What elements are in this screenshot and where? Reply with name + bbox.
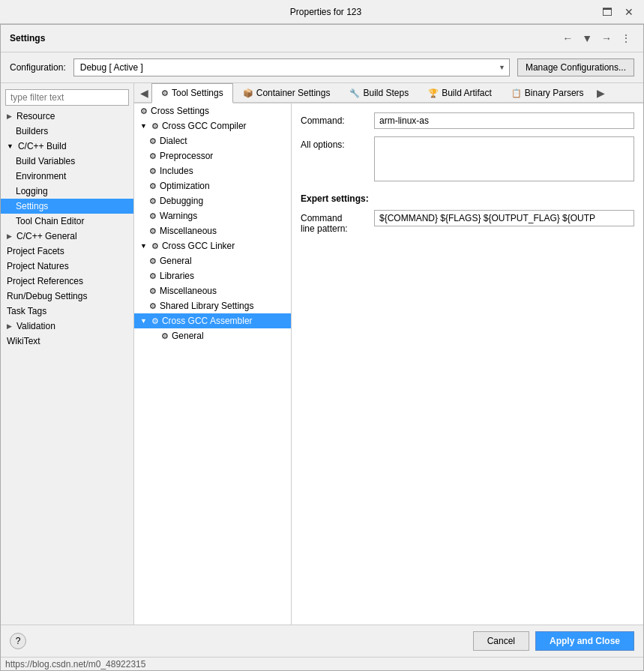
back-icon[interactable]: ←	[559, 31, 576, 46]
toolchaineditor-label: Tool Chain Editor	[16, 216, 84, 226]
builders-label: Builders	[16, 126, 48, 136]
sidebar-item-ccppgeneral[interactable]: ▶ C/C++ General	[1, 229, 133, 244]
resource-arrow: ▶	[7, 112, 12, 120]
sidebar-item-rundebug[interactable]: Run/Debug Settings	[1, 289, 133, 304]
cmdpattern-row: Commandline pattern:	[301, 210, 634, 234]
cmdpattern-input[interactable]	[374, 210, 634, 226]
includes-label: Includes	[160, 166, 193, 176]
titlebar-controls: 🗖 ✕	[599, 4, 637, 19]
manage-configurations-button[interactable]: Manage Configurations...	[517, 58, 634, 76]
debugging-label: Debugging	[160, 196, 203, 206]
sidebar-item-resource[interactable]: ▶ Resource	[1, 109, 133, 124]
tree-libraries[interactable]: ⚙ Libraries	[134, 268, 291, 283]
ccppgeneral-arrow: ▶	[7, 232, 12, 240]
sharedlibrarysettings-label: Shared Library Settings	[160, 301, 253, 311]
sidebar-item-ccppbuild[interactable]: ▼ C/C++ Build	[1, 139, 133, 154]
tab-toolsettings[interactable]: ⚙ Tool Settings	[151, 83, 233, 103]
compilermiscellaneous-label: Miscellaneous	[160, 226, 217, 236]
tree-warnings[interactable]: ⚙ Warnings	[134, 208, 291, 223]
cmdpattern-label: Commandline pattern:	[301, 210, 368, 234]
buildsteps-icon: 🔧	[349, 88, 360, 98]
status-url: https://blog.csdn.net/m0_48922315	[5, 659, 145, 670]
command-input[interactable]	[374, 112, 634, 129]
panel-content: ⚙ Cross Settings ▼ ⚙ Cross GCC Compiler …	[134, 103, 643, 625]
ccppbuild-label: C/C++ Build	[18, 141, 67, 151]
projectfacets-label: Project Facets	[7, 246, 64, 256]
sidebar-item-environment[interactable]: Environment	[1, 169, 133, 184]
tab-buildsteps[interactable]: 🔧 Build Steps	[340, 83, 418, 102]
tree-includes[interactable]: ⚙ Includes	[134, 163, 291, 178]
buildsteps-label: Build Steps	[363, 88, 409, 98]
close-button[interactable]: ✕	[622, 4, 637, 19]
dropdown-icon[interactable]: ▼	[579, 31, 595, 46]
status-bar: https://blog.csdn.net/m0_48922315	[1, 657, 643, 670]
crosssettings-label: Cross Settings	[151, 106, 209, 116]
tab-prev-button[interactable]: ◀	[137, 84, 151, 102]
apply-close-button[interactable]: Apply and Close	[535, 631, 634, 651]
tree-optimization[interactable]: ⚙ Optimization	[134, 178, 291, 193]
sidebar-item-toolchaineditor[interactable]: Tool Chain Editor	[1, 214, 133, 229]
tabs-bar: ◀ ⚙ Tool Settings 📦 Container Settings 🔧…	[134, 83, 643, 103]
tree-crossgcclinker[interactable]: ▼ ⚙ Cross GCC Linker	[134, 238, 291, 253]
config-select-wrapper: Debug [ Active ]	[73, 58, 510, 76]
tab-containersettings[interactable]: 📦 Container Settings	[233, 83, 340, 102]
projectnatures-label: Project Natures	[7, 261, 69, 271]
ccppbuild-arrow: ▼	[7, 142, 13, 150]
tree-assemblergeneral[interactable]: ⚙ General	[134, 328, 291, 343]
command-label: Command:	[301, 112, 368, 126]
validation-label: Validation	[16, 321, 55, 331]
config-select[interactable]: Debug [ Active ]	[73, 58, 510, 76]
sidebar-item-tasktags[interactable]: Task Tags	[1, 304, 133, 319]
alloptions-row: All options:	[301, 136, 634, 181]
minimize-button[interactable]: 🗖	[599, 4, 616, 19]
tasktags-label: Task Tags	[7, 306, 46, 316]
containersettings-label: Container Settings	[256, 88, 331, 98]
sidebar-item-wikitext[interactable]: WikiText	[1, 334, 133, 349]
menu-icon[interactable]: ⋮	[618, 31, 634, 46]
sidebar-item-buildvariables[interactable]: Build Variables	[1, 154, 133, 169]
sidebar-item-projectreferences[interactable]: Project References	[1, 274, 133, 289]
dialog-header: Settings ← ▼ → ⋮	[1, 25, 643, 52]
alloptions-textarea[interactable]	[374, 136, 634, 181]
filter-input[interactable]	[5, 89, 129, 106]
properties-dialog: Settings ← ▼ → ⋮ Configuration: Debug [ …	[0, 24, 644, 671]
tab-next-button[interactable]: ▶	[594, 84, 608, 102]
sidebar-item-builders[interactable]: Builders	[1, 124, 133, 139]
sidebar-item-projectfacets[interactable]: Project Facets	[1, 244, 133, 259]
tree-linkergeneral[interactable]: ⚙ General	[134, 253, 291, 268]
tree-compilermiscellaneous[interactable]: ⚙ Miscellaneous	[134, 223, 291, 238]
buildartifact-label: Build Artifact	[442, 88, 492, 98]
tree-sharedlibrarysettings[interactable]: ⚙ Shared Library Settings	[134, 298, 291, 313]
tree-crossgccassembler[interactable]: ▼ ⚙ Cross GCC Assembler	[134, 313, 291, 328]
expert-label: Expert settings:	[301, 193, 634, 204]
tree-dialect[interactable]: ⚙ Dialect	[134, 133, 291, 148]
sidebar-item-validation[interactable]: ▶ Validation	[1, 319, 133, 334]
sidebar: ▶ Resource Builders ▼ C/C++ Build Build …	[1, 83, 134, 625]
help-button[interactable]: ?	[10, 633, 26, 649]
tree-preprocessor[interactable]: ⚙ Preprocessor	[134, 148, 291, 163]
buildvariables-label: Build Variables	[16, 156, 75, 166]
sidebar-item-logging[interactable]: Logging	[1, 184, 133, 199]
tab-buildartifact[interactable]: 🏆 Build Artifact	[418, 83, 502, 102]
cancel-button[interactable]: Cancel	[473, 631, 529, 651]
toolsettings-icon: ⚙	[161, 88, 169, 98]
right-panel: ◀ ⚙ Tool Settings 📦 Container Settings 🔧…	[134, 83, 643, 625]
tab-binaryparsers[interactable]: 📋 Binary Parsers	[502, 83, 594, 102]
linkermiscellaneous-label: Miscellaneous	[160, 286, 217, 296]
resource-label: Resource	[16, 111, 55, 121]
tree-linkermiscellaneous[interactable]: ⚙ Miscellaneous	[134, 283, 291, 298]
expert-section: Expert settings: Commandline pattern:	[301, 193, 634, 234]
tree-crossgcccompiler[interactable]: ▼ ⚙ Cross GCC Compiler	[134, 118, 291, 133]
linker-arrow: ▼	[140, 242, 147, 250]
main-content: ▶ Resource Builders ▼ C/C++ Build Build …	[1, 83, 643, 625]
sidebar-item-projectnatures[interactable]: Project Natures	[1, 259, 133, 274]
forward-icon[interactable]: →	[598, 31, 615, 46]
tree-crosssettings[interactable]: ⚙ Cross Settings	[134, 103, 291, 118]
libraries-label: Libraries	[160, 271, 194, 281]
assemblergeneral-label: General	[172, 331, 204, 341]
header-actions: ← ▼ → ⋮	[559, 31, 634, 46]
tree-debugging[interactable]: ⚙ Debugging	[134, 193, 291, 208]
tool-tree: ⚙ Cross Settings ▼ ⚙ Cross GCC Compiler …	[134, 103, 292, 625]
buildartifact-icon: 🏆	[428, 88, 439, 98]
sidebar-item-settings[interactable]: Settings	[1, 199, 133, 214]
